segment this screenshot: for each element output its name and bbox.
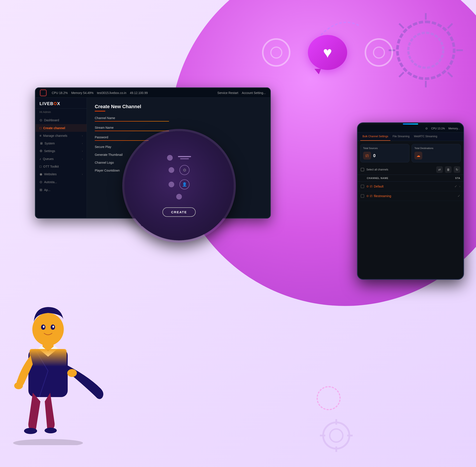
topbar-memory: Memory 54.49% (71, 91, 93, 95)
mag-row-4 (176, 194, 182, 199)
desktop-topbar: CPU 18.2% Memory 54.49% test3015.livebox… (36, 88, 270, 98)
svg-line-5 (399, 24, 404, 28)
svg-point-19 (52, 326, 54, 328)
character-illustration (4, 279, 105, 445)
channel-name-label: Channel Name (95, 116, 262, 120)
sources-icon: ⟨/⟩ (363, 152, 371, 159)
svg-point-21 (67, 369, 77, 377)
channel-name-input-line[interactable] (95, 121, 169, 121)
nav-item-app[interactable]: ⊞ Ap... (36, 186, 87, 194)
channel-name-cell-2: ⊙ ⟨/⟩ filestreaming (366, 194, 455, 198)
mobile-cpu: CPU 13.1% (431, 127, 445, 130)
nav-item-websites[interactable]: ◉ Websites › (36, 170, 87, 178)
svg-point-22 (323, 422, 349, 449)
mobile-device: ⊙ CPU 13.1% Memory... Bulk Channel Setti… (357, 122, 464, 280)
mag-row-3: 👤 (169, 179, 189, 189)
topbar-domain: test3015.livebox.co.in (97, 91, 126, 95)
title-underline (95, 111, 105, 111)
field-channel-name: Channel Name (95, 116, 262, 121)
nav-item-queues[interactable]: ♪ Queues › (36, 155, 87, 163)
nav-item-manage-channels[interactable]: ≡ Manage channels › (36, 132, 87, 139)
select-all-label: Select all channels (366, 168, 434, 171)
gear-decoration-bottom (319, 418, 354, 454)
destinations-icon: ☁ (414, 152, 422, 159)
channel-status-2: ✓ (457, 194, 460, 198)
nav-item-dashboard[interactable]: ⊙ Dashboard (36, 116, 87, 124)
col-name-header: CHANNEL NAME (367, 177, 453, 179)
page-title: Create New Channel (95, 104, 262, 109)
sources-title: Total Sources (363, 147, 407, 149)
tab-bulk-channel[interactable]: Bulk Channel Settings (360, 132, 390, 141)
nav-item-system[interactable]: 🖥 System › (36, 139, 87, 147)
svg-point-0 (408, 33, 443, 68)
topbar-ip: 49.12.100.99 (130, 91, 148, 95)
gear-decoration-top (384, 9, 467, 93)
mobile-memory: Memory... (449, 127, 460, 130)
logo: LIVEBOX (39, 101, 83, 106)
topbar-cpu: CPU 18.2% (52, 91, 68, 95)
destinations-card: Total Destinations ☁ (412, 144, 461, 162)
dashed-circle-decoration (317, 386, 341, 410)
svg-line-6 (448, 72, 452, 77)
eye-decorations: ♥ (262, 35, 393, 70)
svg-line-8 (399, 72, 404, 77)
channel-name-2: filestreaming (374, 194, 391, 198)
nav-item-create-channel[interactable]: □ Create channel (36, 124, 87, 132)
mobile-topbar-icon: ⊙ (425, 127, 428, 130)
svg-point-11 (24, 428, 37, 434)
topbar-service: Service Restart (217, 91, 238, 95)
magnifier-overlay: ⊙ 👤 CREATE (125, 131, 234, 240)
toolbar-link-btn[interactable]: ⇄ (436, 166, 443, 173)
mag-row-1 (167, 155, 191, 161)
tab-file-streaming[interactable]: File Streaming (390, 132, 412, 141)
channels-toolbar: Select all channels ⇄ 🗑 ↻ (358, 165, 463, 175)
table-row: ⊙ ⟨/⟩ Default ✓ › (358, 182, 463, 191)
hi-admin: Hi Admin (36, 109, 87, 116)
col-status-header: STA (455, 177, 460, 179)
row-checkbox-2[interactable] (361, 194, 364, 198)
tab-webrtc[interactable]: WebRTC Streaming (412, 132, 439, 141)
svg-point-18 (43, 326, 45, 328)
row-checkbox-1[interactable] (361, 185, 364, 188)
table-header: CHANNEL NAME STA (358, 175, 463, 182)
svg-point-9 (13, 439, 83, 445)
mobile-topbar: ⊙ CPU 13.1% Memory... (358, 125, 463, 132)
svg-rect-20 (29, 349, 67, 366)
destinations-title: Total Destinations (414, 147, 458, 149)
svg-point-13 (14, 382, 23, 389)
svg-point-15 (32, 313, 64, 346)
topbar-account: Account Setting... (242, 91, 266, 95)
channel-status-1: ✓ (454, 184, 457, 188)
channel-name-1: Default (374, 185, 383, 188)
mobile-tabs: Bulk Channel Settings File Streaming Web… (358, 132, 463, 141)
toolbar-refresh-btn[interactable]: ↻ (454, 166, 460, 173)
stream-name-input-line[interactable] (95, 131, 169, 131)
channel-name-cell-1: ⊙ ⟨/⟩ Default (366, 185, 452, 188)
stream-name-label: Stream Name (95, 126, 262, 129)
nav-item-autosta[interactable]: ⊙ Autosta... (36, 178, 87, 186)
svg-point-12 (45, 428, 57, 433)
sources-value: 0 (373, 153, 376, 158)
svg-point-23 (330, 429, 343, 442)
table-row: ⊙ ⟨/⟩ filestreaming ✓ (358, 191, 463, 201)
nav-item-ott[interactable]: □ OTT Toolkit (36, 163, 87, 170)
desktop-sidebar: LIVEBOX Hi Admin ⊙ Dashboard □ Create ch… (36, 98, 87, 218)
select-all-checkbox[interactable] (361, 168, 364, 171)
sources-card: Total Sources ⟨/⟩ 0 (360, 144, 409, 162)
stats-section: Total Sources ⟨/⟩ 0 Total Destinations ☁ (358, 141, 463, 165)
field-stream-name: Stream Name (95, 126, 262, 131)
mag-row-2: ⊙ (169, 165, 189, 175)
toolbar-delete-btn[interactable]: 🗑 (445, 166, 451, 173)
svg-line-7 (448, 24, 452, 28)
create-button[interactable]: CREATE (163, 208, 196, 217)
nav-item-settings[interactable]: ⚙ Settings › (36, 147, 87, 155)
